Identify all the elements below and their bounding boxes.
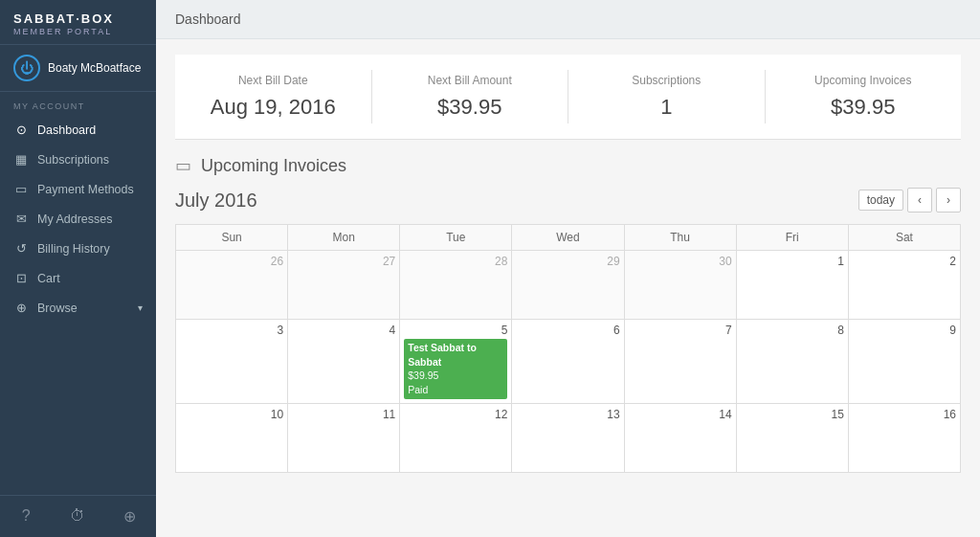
calendar-day-cell[interactable]: 1 — [736, 251, 848, 320]
calendar-day-cell[interactable]: 12 — [400, 403, 512, 472]
sidebar-item-label: Payment Methods — [37, 183, 143, 196]
sidebar-item-browse[interactable]: ⊕ Browse ▾ — [0, 293, 156, 323]
stat-value: $39.95 — [391, 95, 549, 120]
stat-next-bill-date: Next Bill Date Aug 19, 2016 — [175, 70, 372, 123]
stat-value: 1 — [588, 95, 746, 120]
calendar-day-cell[interactable]: 14 — [624, 403, 736, 472]
sidebar-user: ⏻ Boaty McBoatface — [0, 45, 156, 92]
signout-button[interactable]: ⊕ — [104, 503, 156, 529]
stat-next-bill-amount: Next Bill Amount $39.95 — [372, 70, 569, 123]
calendar-day-cell[interactable]: 3 — [176, 320, 288, 404]
page-title: Dashboard — [175, 11, 241, 27]
stats-bar: Next Bill Date Aug 19, 2016 Next Bill Am… — [175, 55, 961, 140]
day-number: 28 — [404, 255, 507, 268]
sidebar-item-label: Browse — [37, 302, 129, 315]
section-title: Upcoming Invoices — [201, 156, 346, 176]
user-name: Boaty McBoatface — [48, 61, 141, 75]
event-amount: $39.95 — [408, 369, 503, 383]
calendar-day-cell[interactable]: 16 — [848, 403, 960, 472]
day-number: 29 — [516, 255, 619, 268]
day-number: 3 — [180, 324, 283, 337]
calendar-day-cell[interactable]: 5Test Sabbat to Sabbat$39.95Paid — [400, 320, 512, 404]
day-number: 27 — [292, 255, 395, 268]
calendar-day-cell[interactable]: 26 — [176, 251, 288, 320]
calendar-day-cell[interactable]: 13 — [512, 403, 624, 472]
calendar-day-cell[interactable]: 10 — [176, 403, 288, 472]
day-header-tue: Tue — [400, 225, 512, 251]
next-month-button[interactable]: › — [936, 188, 961, 213]
dashboard-icon: ⊙ — [13, 123, 29, 137]
day-header-fri: Fri — [736, 225, 848, 251]
subscriptions-icon: ▦ — [13, 152, 29, 167]
stat-upcoming-invoices: Upcoming Invoices $39.95 — [766, 70, 962, 123]
sidebar-item-my-addresses[interactable]: ✉ My Addresses — [0, 204, 156, 234]
day-header-sun: Sun — [176, 225, 288, 251]
calendar-grid: Sun Mon Tue Wed Thu Fri Sat 262728293012… — [175, 224, 961, 473]
stat-label: Next Bill Date — [194, 74, 352, 87]
sidebar-item-cart[interactable]: ⊡ Cart — [0, 263, 156, 293]
calendar-event[interactable]: Test Sabbat to Sabbat$39.95Paid — [404, 339, 507, 399]
calendar-day-cell[interactable]: 28 — [400, 251, 512, 320]
day-header-mon: Mon — [288, 225, 400, 251]
day-number: 15 — [741, 408, 844, 421]
calendar-day-cell[interactable]: 9 — [848, 320, 960, 404]
calendar-day-cell[interactable]: 11 — [288, 403, 400, 472]
main-content: Dashboard Next Bill Date Aug 19, 2016 Ne… — [156, 0, 980, 537]
day-number: 13 — [516, 408, 619, 421]
prev-month-button[interactable]: ‹ — [907, 188, 932, 213]
sidebar-item-dashboard[interactable]: ⊙ Dashboard — [0, 115, 156, 145]
day-number: 7 — [629, 324, 732, 337]
billing-icon: ↺ — [13, 241, 29, 256]
day-number: 6 — [516, 324, 619, 337]
upcoming-invoices-header: ▭ Upcoming Invoices — [156, 155, 980, 188]
clock-button[interactable]: ⏱ — [52, 503, 103, 529]
addresses-icon: ✉ — [13, 212, 29, 226]
sidebar-item-billing-history[interactable]: ↺ Billing History — [0, 234, 156, 263]
cart-icon: ⊡ — [13, 271, 29, 285]
invoices-icon: ▭ — [175, 155, 191, 176]
calendar-day-cell[interactable]: 29 — [512, 251, 624, 320]
calendar-day-cell[interactable]: 4 — [288, 320, 400, 404]
today-button[interactable]: today — [858, 190, 903, 211]
calendar-day-cell[interactable]: 7 — [624, 320, 736, 404]
day-header-sat: Sat — [848, 225, 960, 251]
browse-icon: ⊕ — [13, 301, 29, 315]
event-status: Paid — [408, 383, 503, 397]
day-number: 10 — [180, 408, 283, 421]
calendar-day-cell[interactable]: 8 — [736, 320, 848, 404]
user-avatar-icon: ⏻ — [13, 55, 40, 81]
day-number: 14 — [629, 408, 732, 421]
stat-label: Subscriptions — [588, 74, 746, 87]
sidebar-section-label: MY ACCOUNT — [0, 92, 156, 115]
day-number: 30 — [629, 255, 732, 268]
calendar-week-row: 262728293012 — [176, 251, 961, 320]
calendar-week-row: 345Test Sabbat to Sabbat$39.95Paid6789 — [176, 320, 961, 404]
day-number: 12 — [404, 408, 507, 421]
day-number: 4 — [292, 324, 395, 337]
stat-label: Next Bill Amount — [391, 74, 549, 87]
sidebar-item-label: Dashboard — [37, 123, 143, 137]
calendar-day-cell[interactable]: 2 — [848, 251, 960, 320]
day-number: 26 — [180, 255, 283, 268]
logo-sub: MEMBER PORTAL — [13, 27, 143, 36]
help-button[interactable]: ? — [0, 503, 52, 529]
sidebar-logo: SABBAT·BOX MEMBER PORTAL — [0, 0, 156, 45]
sidebar-item-label: My Addresses — [37, 213, 143, 226]
calendar-container: July 2016 today ‹ › Sun Mon Tue Wed Thu … — [156, 188, 980, 473]
calendar-day-cell[interactable]: 6 — [512, 320, 624, 404]
sidebar-item-payment-methods[interactable]: ▭ Payment Methods — [0, 174, 156, 204]
sidebar: SABBAT·BOX MEMBER PORTAL ⏻ Boaty McBoatf… — [0, 0, 156, 537]
stat-value: $39.95 — [785, 95, 943, 120]
sidebar-item-label: Subscriptions — [37, 153, 143, 167]
calendar-day-cell[interactable]: 15 — [736, 403, 848, 472]
calendar-header-row: Sun Mon Tue Wed Thu Fri Sat — [176, 225, 961, 251]
calendar-day-cell[interactable]: 27 — [288, 251, 400, 320]
day-number: 2 — [853, 255, 956, 268]
sidebar-item-subscriptions[interactable]: ▦ Subscriptions — [0, 145, 156, 174]
calendar-day-cell[interactable]: 30 — [624, 251, 736, 320]
browse-chevron-icon: ▾ — [138, 302, 143, 313]
day-number: 1 — [741, 255, 844, 268]
stat-value: Aug 19, 2016 — [194, 95, 352, 120]
day-number: 16 — [853, 408, 956, 421]
sidebar-item-label: Billing History — [37, 242, 143, 256]
